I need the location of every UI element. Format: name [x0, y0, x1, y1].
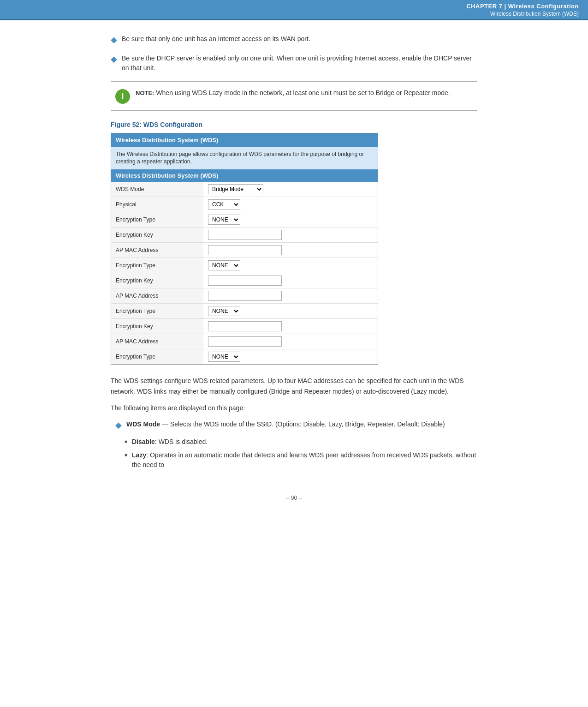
wds-row-label-9: Encryption Key [111, 319, 203, 334]
wds-input-9[interactable] [208, 321, 282, 331]
wds-input-6[interactable] [208, 276, 282, 286]
sub-bullet-text-lazy: Lazy: Operates in an automatic mode that… [132, 450, 477, 470]
sub-bullet-text-disable: Disable: WDS is disabled. [132, 437, 208, 447]
wds-row-control-2[interactable]: NONEWEPWPA [203, 212, 378, 228]
note-text: Note: When using WDS Lazy mode in the ne… [136, 88, 450, 98]
wds-row-10: AP MAC Address [111, 334, 378, 349]
wds-row-control-8[interactable]: NONEWEPWPA [203, 304, 378, 319]
wds-select-11[interactable]: NONEWEPWPA [208, 352, 240, 362]
note-label: Note: [136, 90, 154, 96]
wds-row-3: Encryption Key [111, 228, 378, 243]
wds-row-4: AP MAC Address [111, 243, 378, 258]
sub-bullet-square-2: ■ [125, 452, 127, 457]
header-separator: | [505, 3, 508, 10]
wds-input-4[interactable] [208, 245, 282, 255]
bullet-text-2: Be sure the DHCP server is enabled only … [122, 54, 477, 73]
wds-row-label-10: AP MAC Address [111, 334, 203, 349]
sub-bullet-lazy: ■ Lazy: Operates in an automatic mode th… [125, 450, 477, 470]
body-bullet-label: WDS Mode [126, 420, 160, 428]
page-number: – 90 – [0, 485, 588, 506]
wds-row-label-0: WDS Mode [111, 182, 203, 197]
wds-row-control-3[interactable] [203, 228, 378, 243]
wds-panel-title: Wireless Distribution System (WDS) [111, 133, 378, 147]
bullet-item-2: ◆ Be sure the DHCP server is enabled onl… [111, 54, 477, 73]
wds-row-label-6: Encryption Key [111, 273, 203, 288]
header-subtitle: Wireless Distribution System (WDS) [490, 11, 579, 17]
sub-bullet-disable: ■ Disable: WDS is disabled. [125, 437, 477, 447]
sub-bullet-desc-disable: : WDS is disabled. [155, 438, 208, 445]
note-body: When using WDS Lazy mode in the network,… [156, 89, 450, 96]
bullet-diamond-2: ◆ [111, 54, 117, 65]
wds-row-control-5[interactable]: NONEWEPWPA [203, 258, 378, 273]
bullet-diamond-1: ◆ [111, 34, 117, 46]
wds-row-7: AP MAC Address [111, 288, 378, 304]
wds-input-10[interactable] [208, 336, 282, 347]
sub-bullet-label-lazy: Lazy [132, 451, 146, 459]
page-header: CHAPTER 7 | Wireless Configuration Wirel… [0, 0, 588, 20]
wds-table: WDS ModeDisableLazyBridge ModeRepeaterPh… [111, 182, 378, 364]
sub-bullet-label-disable: Disable [132, 438, 155, 445]
body-bullet-diamond: ◆ [115, 419, 122, 431]
wds-row-9: Encryption Key [111, 319, 378, 334]
wds-row-label-5: Encryption Type [111, 258, 203, 273]
sub-bullet-desc-lazy: : Operates in an automatic mode that det… [132, 451, 476, 468]
wds-input-3[interactable] [208, 230, 282, 240]
body-paragraph-1: The WDS settings configure WDS related p… [111, 376, 477, 396]
main-content: ◆ Be sure that only one unit has an Inte… [0, 20, 588, 485]
wds-row-control-7[interactable] [203, 288, 378, 304]
wds-select-0[interactable]: DisableLazyBridge ModeRepeater [208, 184, 263, 194]
wds-row-control-0[interactable]: DisableLazyBridge ModeRepeater [203, 182, 378, 197]
wds-row-control-10[interactable] [203, 334, 378, 349]
body-bullet-desc: — Selects the WDS mode of the SSID. (Opt… [162, 420, 445, 428]
header-title: Wireless Configuration [508, 3, 579, 10]
wds-row-8: Encryption TypeNONEWEPWPA [111, 304, 378, 319]
wds-select-8[interactable]: NONEWEPWPA [208, 306, 240, 316]
wds-row-control-1[interactable]: CCKOFDM [203, 197, 378, 212]
sub-bullet-square-1: ■ [125, 439, 127, 444]
wds-row-1: PhysicalCCKOFDM [111, 197, 378, 212]
wds-row-label-1: Physical [111, 197, 203, 212]
wds-panel: Wireless Distribution System (WDS) The W… [111, 133, 378, 365]
wds-row-control-4[interactable] [203, 243, 378, 258]
wds-select-1[interactable]: CCKOFDM [208, 199, 240, 210]
wds-select-2[interactable]: NONEWEPWPA [208, 215, 240, 225]
wds-row-label-11: Encryption Type [111, 349, 203, 365]
body-paragraph-2: The following items are displayed on thi… [111, 403, 477, 413]
bullet-item-1: ◆ Be sure that only one unit has an Inte… [111, 34, 477, 46]
wds-row-control-9[interactable] [203, 319, 378, 334]
wds-row-control-11[interactable]: NONEWEPWPA [203, 349, 378, 365]
bullet-text-1: Be sure that only one unit has an Intern… [122, 34, 310, 44]
wds-row-5: Encryption TypeNONEWEPWPA [111, 258, 378, 273]
wds-row-11: Encryption TypeNONEWEPWPA [111, 349, 378, 365]
wds-row-label-2: Encryption Type [111, 212, 203, 228]
wds-section-title: Wireless Distribution System (WDS) [111, 169, 378, 182]
wds-row-control-6[interactable] [203, 273, 378, 288]
chapter-label: CHAPTER 7 [466, 3, 502, 10]
wds-row-label-3: Encryption Key [111, 228, 203, 243]
body-bullet-text: WDS Mode — Selects the WDS mode of the S… [126, 419, 445, 429]
wds-panel-desc: The Wireless Distribution page allows co… [111, 147, 378, 170]
wds-input-7[interactable] [208, 291, 282, 301]
wds-row-label-7: AP MAC Address [111, 288, 203, 304]
wds-row-0: WDS ModeDisableLazyBridge ModeRepeater [111, 182, 378, 197]
wds-row-label-8: Encryption Type [111, 304, 203, 319]
note-box: i Note: When using WDS Lazy mode in the … [111, 81, 477, 111]
wds-row-6: Encryption Key [111, 273, 378, 288]
wds-row-2: Encryption TypeNONEWEPWPA [111, 212, 378, 228]
wds-row-label-4: AP MAC Address [111, 243, 203, 258]
note-icon: i [115, 89, 130, 104]
body-bullet-wds-mode: ◆ WDS Mode — Selects the WDS mode of the… [111, 419, 477, 431]
wds-select-5[interactable]: NONEWEPWPA [208, 260, 240, 270]
figure-caption: Figure 52: WDS Configuration [111, 121, 477, 128]
